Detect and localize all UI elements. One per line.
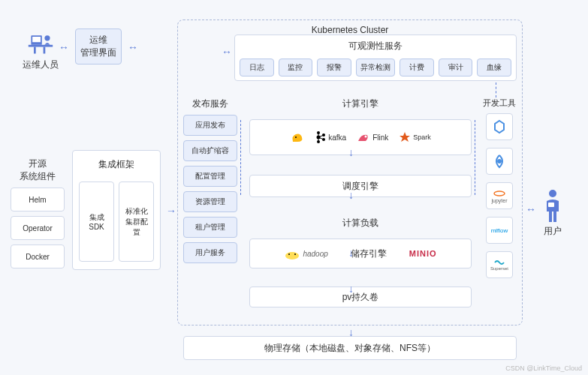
svg-point-20 [494, 191, 505, 196]
svg-rect-24 [553, 212, 556, 222]
center-stack: 计算引擎 kafka Flink Spark 调度引擎 计算负载 hadoop … [249, 98, 472, 308]
svg-point-17 [288, 254, 290, 255]
svg-point-16 [285, 252, 299, 260]
obs-item: 异常检测 [356, 58, 396, 76]
open-source-group: 开源 系统组件 Helm Operator Docker [11, 158, 65, 268]
devtool-mlflow: mlflow [486, 217, 513, 244]
integration-title: 集成框架 [98, 158, 134, 171]
flink-label: Flink [372, 134, 388, 142]
minio-logo: MINIO [409, 249, 437, 258]
arrow-icon: ↔ [222, 46, 232, 57]
obs-item: 审计 [439, 58, 473, 76]
compute-engine-title: 计算引擎 [249, 98, 472, 110]
schedule-engine-box: 调度引擎 [249, 175, 472, 197]
integration-sdk: 集成SDK [79, 182, 114, 262]
kafka-logo: kafka [315, 130, 346, 144]
user-label: 用户 [541, 225, 565, 238]
dev-tools-group: 开发工具 jupyter mlflow Superset [481, 98, 518, 278]
mlflow-label: mlflow [491, 227, 508, 234]
arrow-icon: ↔ [526, 204, 536, 214]
publish-item: 应用发布 [183, 115, 237, 136]
dashed-line [475, 120, 482, 195]
publish-group: 发布服务 应用发布 自动扩缩容 配置管理 资源管理 租户管理 用户服务 [183, 98, 237, 263]
pv-box: pv持久卷 [249, 286, 472, 308]
user: 用户 [541, 188, 565, 238]
integration-std: 标准化 集群配置 [119, 182, 154, 262]
superset-label: Superset [490, 266, 508, 271]
hive-logo [290, 130, 305, 145]
svg-point-6 [295, 136, 297, 138]
obs-item: 报警 [317, 58, 351, 76]
cluster-title: Kubernetes Cluster [178, 25, 522, 35]
observability-box: 可观测性服务 日志 监控 报警 异常检测 计费 审计 血缘 [234, 34, 517, 81]
ops-person: 运维人员 [23, 30, 59, 71]
open-source-item: Docker [11, 244, 65, 268]
svg-rect-2 [32, 37, 41, 42]
spark-logo: Spark [399, 131, 431, 143]
physical-storage-box: 物理存储（本地磁盘、对象存储、NFS等） [183, 336, 517, 360]
kafka-label: kafka [328, 134, 346, 142]
ops-person-label: 运维人员 [23, 58, 59, 71]
arrow-icon: ↓ [348, 147, 354, 158]
storage-engine-box: hadoop 储存引擎 MINIO [249, 238, 472, 268]
storage-engine-title: 储存引擎 [351, 248, 387, 260]
hadoop-logo: hadoop [284, 247, 327, 260]
svg-point-3 [44, 35, 50, 40]
ops-person-icon [27, 30, 54, 57]
publish-item: 自动扩缩容 [183, 140, 237, 161]
arrow-icon: ↓ [348, 327, 354, 338]
arrow-icon: → [166, 206, 176, 216]
compute-engine-box: kafka Flink Spark [249, 119, 472, 155]
open-source-item: Helm [11, 188, 65, 212]
svg-point-21 [549, 190, 556, 197]
arrow-icon: ↔ [59, 42, 69, 52]
open-source-title: 开源 系统组件 [11, 158, 65, 183]
devtool-superset: Superset [486, 251, 513, 278]
publish-item: 配置管理 [183, 166, 237, 187]
publish-title: 发布服务 [183, 98, 237, 110]
obs-item: 血缘 [477, 58, 511, 76]
ops-ui-box: 运维 管理界面 [75, 28, 122, 64]
svg-rect-23 [549, 212, 552, 222]
flink-logo: Flink [357, 130, 388, 144]
dev-tools-title: 开发工具 [481, 98, 518, 109]
devtool-jupyter: jupyter [486, 182, 513, 209]
arrow-icon: ↓ [348, 248, 354, 258]
observability-title: 可观测性服务 [348, 40, 403, 52]
watermark: CSDN @LinkTime_Cloud [505, 364, 582, 372]
spark-label: Spark [413, 134, 431, 141]
hadoop-label: hadoop [303, 250, 327, 258]
svg-rect-4 [34, 47, 36, 54]
svg-point-18 [294, 254, 296, 255]
obs-item: 监控 [279, 58, 313, 76]
obs-item: 日志 [240, 58, 274, 76]
arrow-icon: ↔ [128, 42, 138, 52]
obs-item: 计费 [400, 58, 434, 76]
publish-item: 资源管理 [183, 191, 237, 212]
svg-rect-5 [44, 47, 46, 54]
dashed-line [240, 120, 248, 195]
arrow-icon: ↓ [348, 284, 354, 294]
compute-load-title: 计算负载 [249, 217, 472, 230]
svg-point-19 [497, 159, 502, 164]
arrow-icon: ↓ [348, 190, 354, 200]
dashed-line [496, 82, 496, 98]
devtool-icon [486, 113, 513, 140]
jupyter-label: jupyter [491, 198, 507, 203]
svg-rect-0 [29, 45, 53, 47]
user-icon [541, 188, 565, 224]
publish-item: 用户服务 [183, 242, 237, 263]
svg-point-15 [365, 136, 367, 138]
publish-item: 租户管理 [183, 217, 237, 238]
integration-framework: 集成框架 集成SDK 标准化 集群配置 [72, 150, 161, 270]
open-source-item: Operator [11, 216, 65, 240]
devtool-icon [486, 148, 513, 175]
svg-rect-22 [548, 202, 554, 207]
